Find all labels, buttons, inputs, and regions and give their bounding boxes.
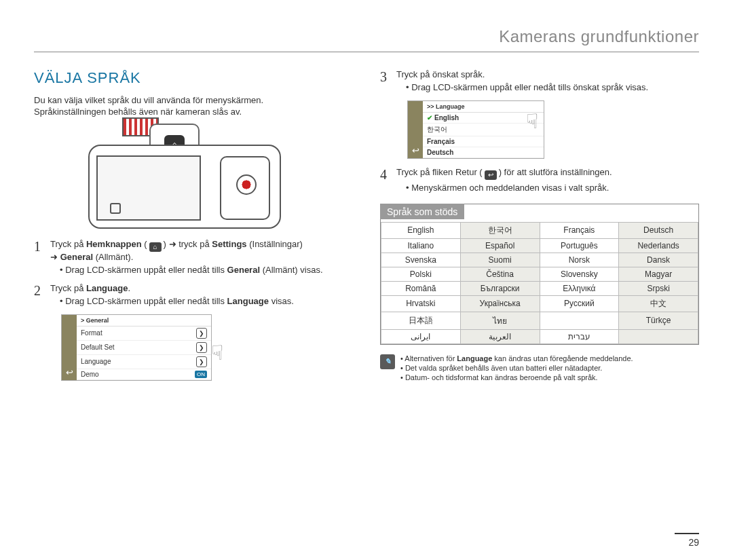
step-1: 1 Tryck på Hemknappen (⌂) ➜ tryck på Set… [34, 239, 353, 275]
language-cell: Srpski [619, 281, 698, 295]
language-option-deutsch[interactable]: Deutsch [423, 147, 544, 158]
menu-return-tab[interactable]: ↩ [62, 315, 77, 380]
step-number: 4 [380, 167, 396, 193]
step-number: 1 [34, 239, 50, 275]
intro-block: Du kan välja vilket språk du vill använd… [34, 95, 353, 117]
page-number: 29 [675, 533, 699, 548]
home-icon: ⌂ [149, 242, 162, 252]
step-2-bullet: Drag LCD-skärmen uppåt eller nedåt tills… [60, 296, 353, 306]
step-3: 3 Tryck på önskat språk. Drag LCD-skärme… [380, 69, 699, 92]
step-2: 2 Tryck på Language. Drag LCD-skärmen up… [34, 283, 353, 306]
language-cell: Italiano [381, 238, 461, 253]
language-cell [540, 312, 619, 329]
language-cell: Français [540, 222, 619, 238]
language-cell: 中文 [619, 295, 698, 312]
language-cell: Čeština [460, 267, 540, 281]
left-column: VÄLJA SPRÅK Du kan välja vilket språk du… [34, 69, 353, 383]
step-4-bullet: Menyskärmen och meddelanden visas i valt… [406, 183, 699, 193]
language-cell: ไทย [460, 312, 540, 329]
note-item: Alternativen för Language kan ändras uta… [400, 354, 633, 362]
language-cell: Hrvatski [381, 295, 461, 312]
camera-illustration: ⌂ [75, 127, 292, 229]
supported-languages-box: Språk som stöds English한국어FrançaisDeutsc… [380, 204, 699, 345]
language-cell: 한국어 [460, 222, 540, 238]
supported-languages-title: Språk som stöds [380, 204, 464, 219]
chevron-right-icon: ❯ [196, 342, 207, 353]
language-cell: ایرانی [381, 329, 461, 343]
language-cell: Русский [540, 295, 619, 312]
language-cell: Українська [460, 295, 540, 312]
language-cell: Nederlands [619, 238, 698, 253]
on-badge: ON [195, 371, 207, 378]
menu-item-demo[interactable]: Demo ON [77, 369, 211, 380]
language-cell: Slovensky [540, 267, 619, 281]
touch-hand-icon: ☟ [526, 109, 538, 133]
menu-return-tab[interactable]: ↩ [408, 101, 423, 158]
note-item: Datum- och tidsformat kan ändras beroend… [400, 373, 633, 381]
menu-header: > General [77, 315, 211, 326]
return-icon: ↩ [485, 170, 497, 180]
language-cell: Norsk [540, 253, 619, 267]
section-title: VÄLJA SPRÅK [34, 69, 353, 87]
language-cell [619, 329, 698, 343]
language-cell: Ελληνικά [540, 281, 619, 295]
language-cell: English [381, 222, 461, 238]
menu-item-language[interactable]: Language ❯ [77, 355, 211, 369]
menu-item-format[interactable]: Format ❯ [77, 326, 211, 341]
language-cell: Svenska [381, 253, 461, 267]
intro-line2: Språkinställningen behålls även när kame… [34, 107, 353, 117]
language-cell: Български [460, 281, 540, 295]
menu-item-default-set[interactable]: Default Set ❯ [77, 341, 211, 355]
note-item: Det valda språket behålls även utan batt… [400, 364, 633, 372]
chevron-right-icon: ❯ [196, 328, 207, 339]
intro-line1: Du kan välja vilket språk du vill använd… [34, 95, 353, 105]
camera-home-button [110, 203, 121, 214]
camera-record-button [236, 174, 257, 195]
language-cell: Suomi [460, 253, 540, 267]
language-cell: עברית [540, 329, 619, 343]
step-4: 4 Tryck på fliken Retur (↩) för att slut… [380, 167, 699, 193]
language-cell: Deutsch [619, 222, 698, 238]
language-cell: العربية [460, 329, 540, 343]
step-number: 3 [380, 69, 396, 92]
language-cell: 日本語 [381, 312, 461, 329]
camera-body [88, 145, 281, 229]
note-block: ✎ Alternativen för Language kan ändras u… [380, 354, 699, 383]
language-cell: Türkçe [619, 312, 698, 329]
language-cell: Magyar [619, 267, 698, 281]
right-column: 3 Tryck på önskat språk. Drag LCD-skärme… [380, 69, 699, 383]
note-icon: ✎ [380, 354, 395, 369]
page-header-title: Kamerans grundfunktioner [34, 27, 699, 52]
supported-languages-table: English한국어FrançaisDeutschItalianoEspañol… [381, 222, 698, 344]
language-cell: Polski [381, 267, 461, 281]
check-icon: ✔ [427, 114, 432, 122]
language-menu-screenshot: ↩ >> Language ✔English 한국어 Français Deut… [407, 100, 544, 159]
step-3-bullet: Drag LCD-skärmen uppåt eller nedåt tills… [406, 82, 699, 92]
step-1-bullet: Drag LCD-skärmen uppåt eller nedåt tills… [60, 265, 353, 275]
language-option-francais[interactable]: Français [423, 136, 544, 147]
general-menu-screenshot: ↩ > General Format ❯ Default Set ❯ Langu… [61, 314, 212, 381]
chevron-right-icon: ❯ [196, 356, 207, 367]
language-cell: Dansk [619, 253, 698, 267]
touch-hand-icon: ☟ [211, 341, 223, 365]
camera-lcd-screen [96, 155, 201, 221]
language-cell: Português [540, 238, 619, 253]
language-cell: Español [460, 238, 540, 253]
language-cell: Română [381, 281, 461, 295]
step-number: 2 [34, 283, 50, 306]
